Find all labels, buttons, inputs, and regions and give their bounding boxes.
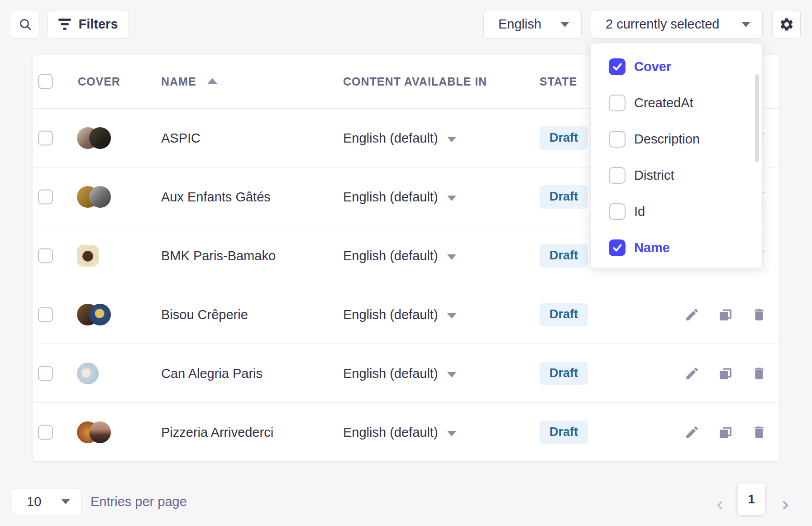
column-option-label: Name xyxy=(634,240,670,255)
header-name[interactable]: NAME xyxy=(161,75,217,88)
next-page-button[interactable] xyxy=(779,499,791,511)
entry-locale[interactable]: English (default) xyxy=(343,189,438,204)
column-option-label: CreatedAt xyxy=(634,96,693,110)
column-option-description[interactable]: Description xyxy=(591,121,762,157)
checkbox[interactable] xyxy=(609,131,626,148)
row-checkbox[interactable] xyxy=(38,307,53,322)
checkbox[interactable] xyxy=(609,239,626,256)
row-checkbox[interactable] xyxy=(38,248,53,263)
trash-icon[interactable] xyxy=(751,366,767,381)
column-option-district[interactable]: District xyxy=(591,157,762,193)
chevron-down-icon xyxy=(741,22,750,27)
column-picker-select[interactable]: 2 currently selected xyxy=(591,10,763,38)
entry-name[interactable]: Bisou Crêperie xyxy=(161,307,248,322)
cover-avatars xyxy=(77,363,99,384)
select-all-checkbox[interactable] xyxy=(38,74,53,89)
page-size-select[interactable]: 10 xyxy=(12,488,82,515)
column-option-label: District xyxy=(634,168,674,183)
cover-image xyxy=(77,245,99,267)
column-option-label: Id xyxy=(634,204,645,219)
column-option-label: Cover xyxy=(634,59,671,74)
content-manager-page: Filters English 2 currently selected COV… xyxy=(0,0,812,526)
duplicate-icon[interactable] xyxy=(718,366,733,381)
cover-image xyxy=(89,421,111,443)
status-badge: Draft xyxy=(540,303,588,326)
chevron-left-icon xyxy=(714,499,726,511)
column-option-cover[interactable]: Cover xyxy=(591,48,762,85)
entry-name[interactable]: Can Alegria Paris xyxy=(161,366,263,381)
column-option-createdat[interactable]: CreatedAt xyxy=(591,85,762,121)
checkbox[interactable] xyxy=(609,167,626,184)
page-number-button[interactable]: 1 xyxy=(738,483,765,515)
chevron-down-icon[interactable] xyxy=(447,313,456,319)
duplicate-icon[interactable] xyxy=(718,425,733,440)
entries-per-page-label: Entries per page xyxy=(91,494,187,509)
entry-locale[interactable]: English (default) xyxy=(343,366,438,381)
cover-avatars xyxy=(77,127,111,149)
checkbox[interactable] xyxy=(609,95,626,111)
chevron-down-icon[interactable] xyxy=(447,137,456,142)
cover-image xyxy=(89,127,111,149)
header-cover[interactable]: COVER xyxy=(78,75,120,88)
header-content-available-in[interactable]: CONTENT AVAILABLE IN xyxy=(343,75,487,88)
entry-locale[interactable]: English (default) xyxy=(343,425,438,440)
trash-icon[interactable] xyxy=(751,307,767,322)
edit-pencil-icon[interactable] xyxy=(684,425,700,440)
cover-image xyxy=(77,363,99,384)
column-option-label: Description xyxy=(634,132,700,147)
previous-page-button[interactable] xyxy=(714,499,726,511)
header-state[interactable]: STATE xyxy=(540,75,577,88)
status-badge: Draft xyxy=(540,362,588,385)
chevron-down-icon[interactable] xyxy=(447,196,456,201)
trash-icon[interactable] xyxy=(751,425,767,440)
row-checkbox[interactable] xyxy=(38,189,53,204)
sort-ascending-icon xyxy=(207,78,217,84)
cover-avatars xyxy=(77,245,99,267)
row-checkbox[interactable] xyxy=(38,366,53,381)
status-badge: Draft xyxy=(540,421,588,444)
row-checkbox[interactable] xyxy=(38,130,53,145)
entry-locale[interactable]: English (default) xyxy=(343,248,438,263)
status-badge: Draft xyxy=(540,126,588,150)
chevron-down-icon xyxy=(560,22,569,27)
locale-select[interactable]: English xyxy=(483,10,582,38)
check-icon xyxy=(611,61,623,72)
settings-button[interactable] xyxy=(772,10,801,38)
entry-locale[interactable]: English (default) xyxy=(343,130,438,145)
page-size-value: 10 xyxy=(27,494,41,509)
chevron-down-icon xyxy=(61,499,70,504)
column-picker-value: 2 currently selected xyxy=(606,17,719,32)
filters-button[interactable]: Filters xyxy=(48,10,129,38)
table-row: Pizzeria Arrivederci English (default) D… xyxy=(33,402,779,461)
row-actions xyxy=(684,425,767,440)
table-row: Can Alegria Paris English (default) Draf… xyxy=(33,344,779,402)
row-checkbox[interactable] xyxy=(38,425,53,440)
column-option-id[interactable]: Id xyxy=(591,193,762,230)
chevron-down-icon[interactable] xyxy=(447,254,456,260)
edit-pencil-icon[interactable] xyxy=(684,366,700,381)
status-badge: Draft xyxy=(540,185,588,209)
filter-icon xyxy=(58,19,71,30)
entry-name[interactable]: Aux Enfants Gâtés xyxy=(161,189,271,204)
search-icon xyxy=(18,17,33,32)
cover-image xyxy=(89,186,111,208)
entry-name[interactable]: Pizzeria Arrivederci xyxy=(161,425,273,440)
entry-name[interactable]: BMK Paris-Bamako xyxy=(161,248,276,263)
chevron-down-icon[interactable] xyxy=(447,431,456,436)
cover-avatars xyxy=(77,304,111,325)
table-row: Bisou Crêperie English (default) Draft xyxy=(33,285,779,344)
column-option-name[interactable]: Name xyxy=(591,230,762,266)
cover-avatars xyxy=(77,421,111,443)
column-picker-popover: Cover CreatedAt Description District Id … xyxy=(590,43,763,268)
checkbox[interactable] xyxy=(609,58,626,75)
entry-name[interactable]: ASPIC xyxy=(161,130,201,145)
search-button[interactable] xyxy=(11,10,39,38)
check-icon xyxy=(611,242,623,253)
chevron-down-icon[interactable] xyxy=(447,372,456,378)
cover-image xyxy=(89,304,111,325)
scrollbar-thumb[interactable] xyxy=(755,74,759,162)
entry-locale[interactable]: English (default) xyxy=(343,307,438,322)
duplicate-icon[interactable] xyxy=(718,307,733,322)
checkbox[interactable] xyxy=(609,203,626,220)
edit-pencil-icon[interactable] xyxy=(684,307,700,322)
